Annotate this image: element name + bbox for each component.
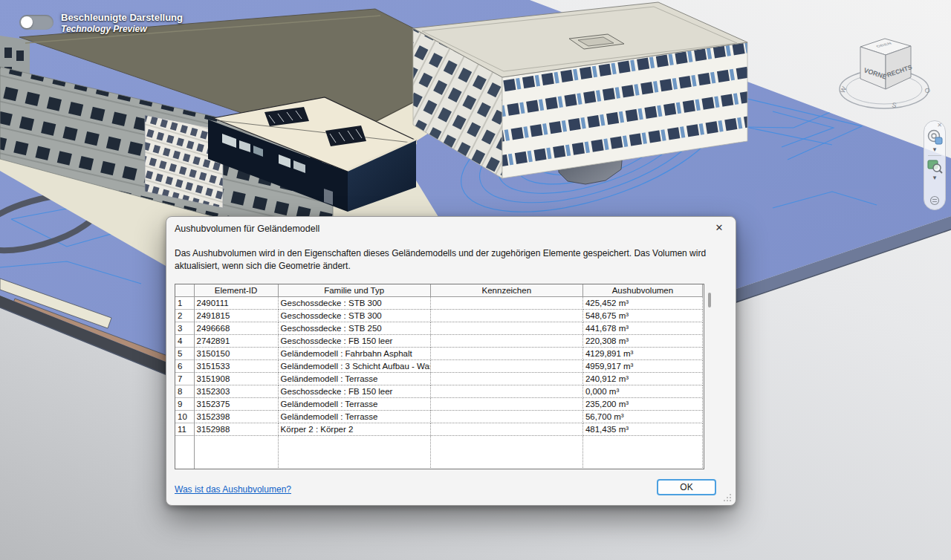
volume-cell [582, 436, 702, 469]
mark-cell [430, 322, 582, 335]
toggle-sublabel: Technology Preview [61, 24, 183, 35]
element-id-cell: 3152303 [194, 385, 278, 398]
volume-cell: 4129,891 m³ [582, 348, 702, 360]
element-id-cell: 3151533 [194, 360, 278, 373]
mark-cell [430, 398, 582, 411]
toggle-knob [21, 16, 33, 28]
mark-cell [430, 373, 582, 385]
family-type-cell: Geschossdecke : STB 250 [278, 322, 430, 335]
element-id-cell: 2496668 [194, 322, 278, 335]
mark-cell [430, 335, 582, 348]
table-scrollbar[interactable] [708, 287, 712, 468]
mark-cell [430, 297, 582, 310]
steering-wheel-menu-chevron-icon[interactable]: ▾ [933, 146, 937, 153]
volume-cell: 240,912 m³ [582, 373, 702, 385]
navbar-close-icon[interactable]: ✕ [937, 123, 942, 128]
volume-cell: 548,675 m³ [582, 310, 702, 322]
mark-cell [430, 360, 582, 373]
family-type-cell: Geländemodell : Fahrbahn Asphalt [278, 348, 430, 360]
row-number-header [175, 284, 194, 297]
row-number-cell: 4 [175, 335, 194, 348]
table-row[interactable]: 11 3152988 Körper 2 : Körper 2 481,435 m… [175, 423, 703, 436]
view-cube[interactable]: W S O VORNE RECHTS OBEN [839, 39, 932, 109]
ok-button[interactable]: OK [657, 479, 716, 495]
table-row[interactable] [175, 436, 703, 469]
toggle-label: Beschleunigte Darstellung [61, 12, 183, 24]
row-number-cell [175, 436, 194, 469]
family-type-cell: Geländemodell : Terrasse [278, 373, 430, 385]
volume-cell: 425,452 m³ [582, 297, 702, 310]
mark-cell [430, 385, 582, 398]
row-number-cell: 1 [175, 297, 194, 310]
row-number-cell: 5 [175, 348, 194, 360]
zoom-tool-icon[interactable] [926, 158, 943, 175]
steering-wheel-icon[interactable] [926, 128, 944, 146]
row-number-cell: 3 [175, 322, 194, 335]
volume-cell: 56,700 m³ [582, 411, 702, 423]
volume-cell: 441,678 m³ [582, 322, 702, 335]
volume-cell: 0,000 m³ [582, 385, 702, 398]
table-scrollbar-thumb[interactable] [708, 293, 711, 307]
family-type-cell: Geschossdecke : FB 150 leer [278, 335, 430, 348]
dialog-description: Das Aushubvolumen wird in den Eigenschaf… [175, 247, 726, 273]
mark-cell [430, 310, 582, 322]
volume-cell: 481,435 m³ [582, 423, 702, 436]
volume-cell: 220,308 m³ [582, 335, 702, 348]
table-row[interactable]: 3 2496668 Geschossdecke : STB 250 441,67… [175, 322, 703, 335]
table-body: 1 2490111 Geschossdecke : STB 300 425,45… [175, 297, 703, 469]
table-row[interactable]: 10 3152398 Geländemodell : Terrasse 56,7… [175, 411, 703, 423]
table-row[interactable]: 8 3152303 Geschossdecke : FB 150 leer 0,… [175, 385, 703, 398]
row-number-cell: 6 [175, 360, 194, 373]
element-id-cell: 3150150 [194, 348, 278, 360]
element-id-cell: 3152375 [194, 398, 278, 411]
table-row[interactable]: 6 3151533 Geländemodell : 3 Schicht Aufb… [175, 360, 703, 373]
help-link[interactable]: Was ist das Aushubvolumen? [175, 484, 291, 495]
column-header-mark[interactable]: Kennzeichen [430, 284, 582, 297]
accelerated-graphics-toggle[interactable] [19, 15, 53, 30]
compass-east-label[interactable]: O [923, 87, 932, 95]
dialog-close-icon[interactable]: ✕ [713, 221, 726, 235]
family-type-cell: Geschossdecke : STB 300 [278, 297, 430, 310]
table-row[interactable]: 1 2490111 Geschossdecke : STB 300 425,45… [175, 297, 703, 310]
table-row[interactable]: 7 3151908 Geländemodell : Terrasse 240,9… [175, 373, 703, 385]
family-type-cell: Geschossdecke : STB 300 [278, 310, 430, 322]
table-row[interactable]: 2 2491815 Geschossdecke : STB 300 548,67… [175, 310, 703, 322]
row-number-cell: 7 [175, 373, 194, 385]
family-type-cell: Geländemodell : Terrasse [278, 411, 430, 423]
mark-cell [430, 423, 582, 436]
navbar-divider [928, 155, 941, 156]
column-header-family-type[interactable]: Familie und Typ [278, 284, 430, 297]
navigation-bar: ✕ ▾ ▾ [924, 120, 946, 210]
mark-cell [430, 436, 582, 469]
navbar-options-icon[interactable] [929, 195, 940, 206]
table-row[interactable]: 5 3150150 Geländemodell : Fahrbahn Aspha… [175, 348, 703, 360]
family-type-cell: Geländemodell : Terrasse [278, 398, 430, 411]
accelerated-graphics-toggle-group: Beschleunigte Darstellung Technology Pre… [19, 12, 183, 35]
row-number-cell: 9 [175, 398, 194, 411]
element-id-cell [194, 436, 278, 469]
element-id-cell: 2491815 [194, 310, 278, 322]
table-row[interactable]: 9 3152375 Geländemodell : Terrasse 235,2… [175, 398, 703, 411]
element-id-cell: 2742891 [194, 335, 278, 348]
excavation-volume-dialog: Aushubvolumen für Geländemodell ✕ Das Au… [166, 216, 736, 506]
table-header-row: Element-ID Familie und Typ Kennzeichen A… [175, 284, 703, 297]
family-type-cell: Körper 2 : Körper 2 [278, 423, 430, 436]
resize-grip[interactable] [724, 494, 731, 501]
elements-table: Element-ID Familie und Typ Kennzeichen A… [175, 284, 704, 469]
family-type-cell: Geländemodell : 3 Schicht Aufbau - Was [278, 360, 430, 373]
table-row[interactable]: 4 2742891 Geschossdecke : FB 150 leer 22… [175, 335, 703, 348]
element-id-cell: 2490111 [194, 297, 278, 310]
volume-cell: 4959,917 m³ [582, 360, 702, 373]
element-id-cell: 3151908 [194, 373, 278, 385]
mark-cell [430, 348, 582, 360]
row-number-cell: 11 [175, 423, 194, 436]
mark-cell [430, 411, 582, 423]
zoom-menu-chevron-icon[interactable]: ▾ [933, 175, 937, 181]
family-type-cell [278, 436, 430, 469]
family-type-cell: Geschossdecke : FB 150 leer [278, 385, 430, 398]
column-header-element-id[interactable]: Element-ID [194, 284, 278, 297]
row-number-cell: 2 [175, 310, 194, 322]
row-number-cell: 10 [175, 411, 194, 423]
column-header-volume[interactable]: Aushubvolumen [582, 284, 702, 297]
element-id-cell: 3152398 [194, 411, 278, 423]
